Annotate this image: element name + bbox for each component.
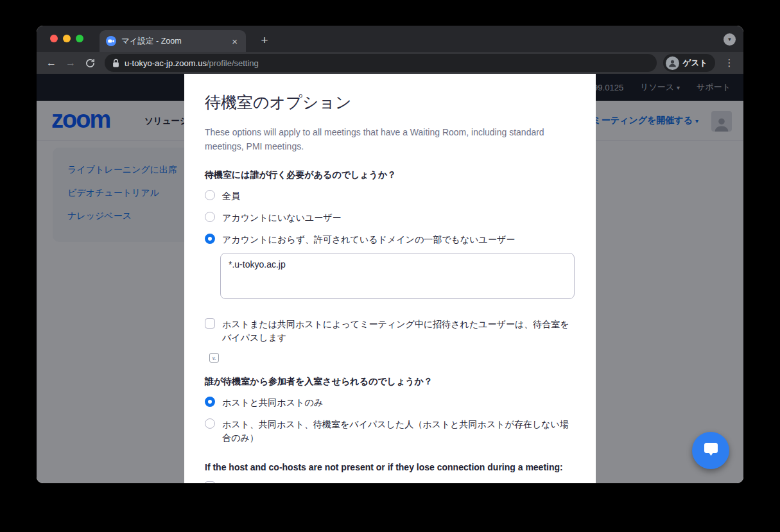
radio-option-host-cohosts-only[interactable]: ホストと共同ホストのみ xyxy=(205,396,575,409)
profile-button[interactable]: ゲスト xyxy=(663,54,715,72)
close-window-button[interactable] xyxy=(50,35,58,42)
reload-icon[interactable] xyxy=(82,55,98,71)
back-icon[interactable]: ← xyxy=(43,55,60,71)
url-text: u-tokyo-ac-jp.zoom.us/profile/setting xyxy=(125,58,259,68)
close-tab-icon[interactable]: × xyxy=(230,36,239,47)
radio-option-users-not-in-account-or-domain[interactable]: アカウントにおらず、許可されているドメインの一部でもないユーザー xyxy=(205,233,575,246)
url-host: u-tokyo-ac-jp.zoom.us xyxy=(125,58,207,68)
radio-icon[interactable] xyxy=(205,418,215,429)
browser-titlebar: マイ設定 - Zoom × + ▼ xyxy=(37,26,743,52)
question-who-goes-to-waiting-room: 待機室には誰が行く必要があるのでしょうか？ xyxy=(205,169,575,181)
checkbox-bypass-invited-users[interactable]: ホストまたは共同ホストによってミーティング中に招待されたユーザーは、待合室をバイ… xyxy=(205,318,575,345)
radio-icon[interactable] xyxy=(205,212,215,222)
tab-search-button[interactable]: ▼ xyxy=(724,33,736,46)
profile-label: ゲスト xyxy=(683,58,707,69)
profile-avatar-icon xyxy=(666,56,679,70)
url-path: /profile/setting xyxy=(207,58,259,68)
modal-description: These options will apply to all meetings… xyxy=(205,125,575,153)
page-content: 1.888.799.0125 リソース▾ サポート zoom ソリューション ミ… xyxy=(37,74,743,483)
fullscreen-window-button[interactable] xyxy=(76,35,83,42)
radio-icon[interactable] xyxy=(205,397,215,407)
address-bar[interactable]: u-tokyo-ac-jp.zoom.us/profile/setting xyxy=(105,54,657,72)
checkbox-icon[interactable] xyxy=(205,318,215,329)
allowed-domains-input[interactable]: *.u-tokyo.ac.jp xyxy=(220,253,575,299)
browser-toolbar: ← → u-tokyo-ac-jp.zoom.us/profile/settin… xyxy=(37,52,743,74)
chat-bubble-icon xyxy=(702,443,720,459)
browser-tab[interactable]: マイ設定 - Zoom × xyxy=(100,30,246,52)
modal-title: 待機室のオプション xyxy=(205,92,575,113)
question-who-admits-participants: 誰が待機室から参加者を入室させられるのでしょうか？ xyxy=(205,376,575,388)
question-host-not-present: If the host and co-hosts are not present… xyxy=(205,462,575,472)
tab-title: マイ設定 - Zoom xyxy=(121,36,225,47)
new-tab-button[interactable]: + xyxy=(256,31,273,49)
minimize-window-button[interactable] xyxy=(63,35,71,42)
radio-option-everyone[interactable]: 全員 xyxy=(205,189,575,203)
browser-menu-icon[interactable]: ⋮ xyxy=(722,55,737,71)
broken-image-icon: v. xyxy=(209,353,219,363)
forward-icon[interactable]: → xyxy=(62,55,79,71)
checkbox-move-participants[interactable]: Move participants to the waiting room if… xyxy=(205,481,575,483)
radio-option-users-not-in-account[interactable]: アカウントにいないユーザー xyxy=(205,211,575,225)
zoom-favicon-icon xyxy=(106,36,116,46)
lock-icon xyxy=(112,58,119,68)
radio-option-host-cohosts-bypassers[interactable]: ホスト、共同ホスト、待機室をバイパスした人（ホストと共同ホストが存在しない場合の… xyxy=(205,418,575,445)
chat-support-button[interactable] xyxy=(692,432,729,469)
waiting-room-options-modal: 待機室のオプション These options will apply to al… xyxy=(184,74,596,483)
browser-window: マイ設定 - Zoom × + ▼ ← → u-tokyo-ac-jp.zoom… xyxy=(37,26,743,483)
radio-icon[interactable] xyxy=(205,234,215,244)
checkbox-icon[interactable] xyxy=(205,481,215,483)
radio-icon[interactable] xyxy=(205,190,215,200)
